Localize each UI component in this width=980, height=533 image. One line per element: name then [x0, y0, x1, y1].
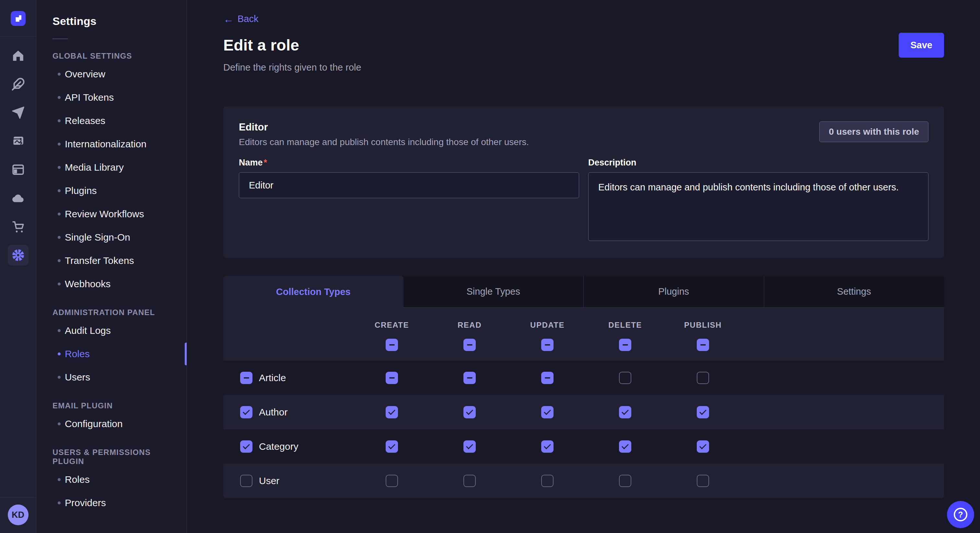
- subnav-item-label: Audit Logs: [65, 325, 111, 336]
- subnav-item-users[interactable]: Users: [36, 366, 187, 389]
- tab-collection-types[interactable]: Collection Types: [223, 276, 404, 308]
- category-read-checkbox[interactable]: [463, 440, 476, 453]
- name-input[interactable]: [239, 172, 579, 198]
- row-label: Article: [259, 373, 286, 383]
- user-update-checkbox[interactable]: [541, 475, 554, 487]
- description-field-label: Description: [588, 158, 929, 168]
- content-manager-icon: [11, 78, 25, 91]
- row-category-checkbox[interactable]: [240, 440, 253, 453]
- role-details-card: Editor Editors can manage and publish co…: [223, 106, 944, 258]
- perm-row-article: Article: [223, 361, 944, 395]
- page-subtitle: Define the rights given to the role: [223, 62, 944, 73]
- article-read-checkbox[interactable]: [463, 372, 476, 384]
- row-name-cell: Author: [223, 406, 353, 418]
- article-publish-checkbox[interactable]: [697, 372, 709, 384]
- deploy-icon: [11, 106, 25, 119]
- subnav-item-transfer-tokens[interactable]: Transfer Tokens: [36, 249, 187, 272]
- back-arrow-icon: ←: [223, 14, 234, 24]
- row-label: Author: [259, 407, 288, 418]
- subnav-item-webhooks[interactable]: Webhooks: [36, 272, 187, 296]
- subnav-item-providers[interactable]: Providers: [36, 491, 187, 514]
- subnav-item-review-workflows[interactable]: Review Workflows: [36, 202, 187, 226]
- select-all-publish-checkbox[interactable]: [697, 339, 709, 351]
- perm-row-category: Category: [223, 429, 944, 464]
- back-link[interactable]: ← Back: [223, 14, 258, 24]
- row-name-cell: User: [223, 475, 353, 487]
- user-create-checkbox[interactable]: [386, 475, 398, 487]
- user-read-checkbox[interactable]: [463, 475, 476, 487]
- article-update-checkbox[interactable]: [541, 372, 554, 384]
- subnav-item-media-library[interactable]: Media Library: [36, 156, 187, 179]
- select-all-create-checkbox[interactable]: [386, 339, 398, 351]
- select-all-delete-checkbox[interactable]: [619, 339, 631, 351]
- tab-single-types[interactable]: Single Types: [404, 276, 584, 308]
- tab-plugins[interactable]: Plugins: [583, 276, 764, 308]
- rail-button-media-library[interactable]: [8, 131, 29, 152]
- subnav-item-plugins[interactable]: Plugins: [36, 179, 187, 202]
- rail-divider: [0, 36, 36, 37]
- user-delete-checkbox[interactable]: [619, 475, 631, 487]
- save-button[interactable]: Save: [899, 33, 944, 58]
- main-content: ← Back Edit a role Save Define the right…: [187, 0, 980, 533]
- help-button[interactable]: ?: [947, 501, 974, 528]
- rail-button-cloud[interactable]: [8, 188, 29, 209]
- category-update-checkbox[interactable]: [541, 440, 554, 453]
- subnav-item-roles[interactable]: Roles: [36, 468, 187, 491]
- category-delete-checkbox[interactable]: [619, 440, 631, 453]
- category-create-checkbox[interactable]: [386, 440, 398, 453]
- permissions-section: Collection TypesSingle TypesPluginsSetti…: [223, 276, 944, 498]
- row-user-checkbox[interactable]: [240, 475, 253, 487]
- rail-button-deploy[interactable]: [8, 102, 29, 123]
- subnav-item-configuration[interactable]: Configuration: [36, 412, 187, 436]
- subnav-title: Settings: [52, 15, 187, 27]
- subnav-sections: GLOBAL SETTINGSOverviewAPI TokensRelease…: [36, 51, 187, 524]
- subnav-item-audit-logs[interactable]: Audit Logs: [36, 319, 187, 342]
- rail-button-content-manager[interactable]: [8, 74, 29, 95]
- rail-button-settings[interactable]: [8, 245, 29, 265]
- subnav-item-label: Providers: [65, 497, 106, 508]
- article-delete-checkbox[interactable]: [619, 372, 631, 384]
- tab-settings[interactable]: Settings: [764, 276, 944, 308]
- users-with-role-badge: 0 users with this role: [819, 121, 929, 142]
- user-publish-checkbox[interactable]: [697, 475, 709, 487]
- rail-bottom: KD: [0, 497, 36, 533]
- author-update-checkbox[interactable]: [541, 406, 554, 418]
- select-all-update-checkbox[interactable]: [541, 339, 554, 351]
- rail-button-home[interactable]: [8, 45, 29, 66]
- role-summary: Editors can manage and publish contents …: [239, 137, 529, 148]
- column-header-delete: DELETE: [586, 320, 664, 330]
- strapi-logo[interactable]: [11, 11, 25, 26]
- article-create-checkbox[interactable]: [386, 372, 398, 384]
- author-create-checkbox[interactable]: [386, 406, 398, 418]
- description-textarea[interactable]: Editors can manage and publish contents …: [588, 172, 929, 241]
- author-read-checkbox[interactable]: [463, 406, 476, 418]
- settings-icon: [11, 248, 25, 262]
- avatar[interactable]: KD: [8, 504, 29, 525]
- rail-button-content-type-builder[interactable]: [8, 159, 29, 180]
- subnav-item-roles[interactable]: Roles: [36, 342, 187, 366]
- permissions-table-header: CREATEREADUPDATEDELETEPUBLISH: [223, 308, 944, 361]
- rail-button-marketplace[interactable]: [8, 216, 29, 237]
- name-field-group: Name*: [239, 158, 579, 242]
- subnav-item-internationalization[interactable]: Internationalization: [36, 132, 187, 156]
- author-publish-checkbox[interactable]: [697, 406, 709, 418]
- subnav-item-label: Review Workflows: [65, 209, 144, 219]
- subnav-item-api-tokens[interactable]: API Tokens: [36, 86, 187, 109]
- required-asterisk: *: [264, 158, 267, 167]
- subnav-item-single-sign-on[interactable]: Single Sign-On: [36, 226, 187, 249]
- strapi-logo-icon: [13, 14, 23, 23]
- author-delete-checkbox[interactable]: [619, 406, 631, 418]
- cloud-icon: [11, 191, 25, 205]
- perm-select-all-row: [223, 339, 944, 351]
- subnav-item-overview[interactable]: Overview: [36, 62, 187, 86]
- subnav-item-label: Users: [65, 372, 90, 383]
- subnav-item-label: Plugins: [65, 185, 97, 196]
- perm-row-author: Author: [223, 395, 944, 429]
- question-mark-icon: ?: [954, 508, 967, 521]
- row-article-checkbox[interactable]: [240, 372, 253, 384]
- select-all-read-checkbox[interactable]: [463, 339, 476, 351]
- row-name-cell: Category: [223, 440, 353, 453]
- row-author-checkbox[interactable]: [240, 406, 253, 418]
- subnav-item-releases[interactable]: Releases: [36, 109, 187, 132]
- category-publish-checkbox[interactable]: [697, 440, 709, 453]
